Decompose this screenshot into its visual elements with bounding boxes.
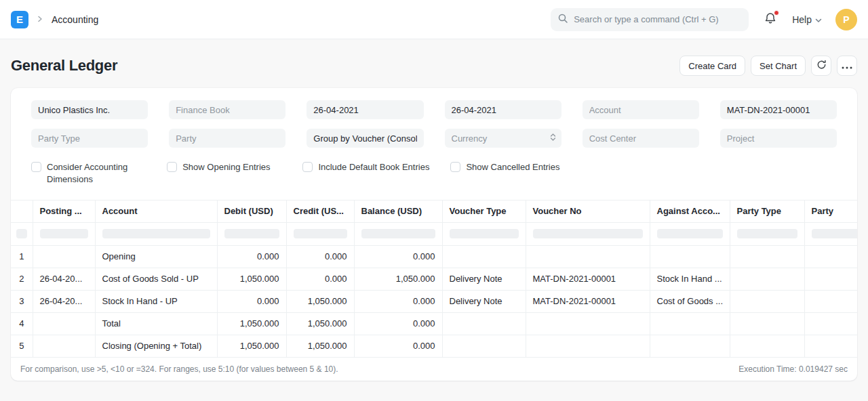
table-cell[interactable]: Closing (Opening + Total) — [95, 335, 217, 357]
filter-group-by[interactable] — [307, 129, 423, 148]
column-header-balance[interactable]: Balance (USD) — [354, 200, 442, 222]
global-search[interactable] — [551, 8, 749, 31]
table-cell[interactable] — [804, 312, 857, 335]
column-filter-input[interactable] — [40, 229, 88, 238]
checkbox-consider-accounting-dimensions[interactable]: Consider Accounting Dimensions — [31, 161, 146, 185]
table-cell[interactable] — [730, 312, 804, 335]
table-cell[interactable]: Stock In Hand ... — [650, 268, 730, 290]
table-cell[interactable]: 1,050.000 — [217, 312, 286, 335]
table-cell[interactable] — [804, 335, 857, 357]
table-cell[interactable]: 0.000 — [286, 245, 354, 268]
filter-finance-book[interactable] — [169, 100, 285, 119]
row-index[interactable]: 5 — [11, 335, 33, 357]
row-index[interactable]: 4 — [11, 312, 33, 335]
table-cell[interactable] — [804, 290, 857, 312]
table-cell[interactable] — [804, 245, 857, 268]
table-cell[interactable] — [526, 335, 650, 357]
table-cell[interactable] — [526, 245, 650, 268]
table-cell[interactable]: 0.000 — [354, 312, 442, 335]
row-index[interactable]: 2 — [11, 268, 33, 290]
column-header-account[interactable]: Account — [95, 200, 217, 222]
column-filter-input[interactable] — [294, 229, 347, 238]
filter-cost-center[interactable] — [583, 129, 699, 148]
table-cell[interactable] — [442, 312, 526, 335]
row-index[interactable]: 1 — [11, 245, 33, 268]
column-filter-input[interactable] — [812, 229, 858, 238]
table-cell[interactable] — [730, 268, 804, 290]
app-logo[interactable]: E — [11, 11, 28, 28]
column-filter-input[interactable] — [361, 229, 435, 238]
table-cell[interactable]: 1,050.000 — [217, 335, 286, 357]
column-header-credit[interactable]: Credit (US... — [286, 200, 354, 222]
table-cell[interactable]: 0.000 — [217, 245, 286, 268]
column-header-debit[interactable]: Debit (USD) — [217, 200, 286, 222]
column-header-voucher-no[interactable]: Voucher No — [526, 200, 650, 222]
table-cell[interactable]: 0.000 — [217, 290, 286, 312]
column-header-posting-date[interactable]: Posting ... — [33, 200, 95, 222]
filter-currency[interactable] — [445, 129, 561, 148]
filter-company[interactable] — [31, 100, 148, 119]
row-index[interactable]: 3 — [11, 290, 33, 312]
table-cell[interactable] — [730, 290, 804, 312]
table-cell[interactable]: Opening — [95, 245, 217, 268]
column-filter-input[interactable] — [737, 229, 797, 238]
table-cell[interactable] — [804, 268, 857, 290]
table-cell[interactable] — [33, 335, 95, 357]
table-cell[interactable]: 1,050.000 — [217, 268, 286, 290]
table-cell[interactable]: 0.000 — [354, 335, 442, 357]
column-filter-input[interactable] — [450, 229, 519, 238]
column-filter-input[interactable] — [16, 229, 27, 238]
checkbox-include-default-book-entries[interactable]: Include Default Book Entries — [302, 161, 429, 173]
column-filter-input[interactable] — [657, 229, 723, 238]
filter-party-type[interactable] — [31, 129, 148, 148]
table-cell[interactable]: Delivery Note — [442, 268, 526, 290]
checkbox-icon[interactable] — [167, 162, 177, 172]
table-cell[interactable]: 0.000 — [286, 268, 354, 290]
filter-voucher-no[interactable] — [720, 100, 837, 119]
checkbox-show-opening-entries[interactable]: Show Opening Entries — [167, 161, 281, 173]
column-filter-input[interactable] — [102, 229, 210, 238]
checkbox-icon[interactable] — [450, 162, 460, 172]
column-header-party-type[interactable]: Party Type — [730, 200, 804, 222]
header-index[interactable] — [11, 200, 33, 222]
set-chart-button[interactable]: Set Chart — [751, 56, 806, 76]
table-cell[interactable] — [442, 335, 526, 357]
table-cell[interactable] — [33, 245, 95, 268]
filter-to-date[interactable] — [445, 100, 561, 119]
create-card-button[interactable]: Create Card — [679, 56, 745, 76]
column-header-voucher-type[interactable]: Voucher Type — [442, 200, 526, 222]
filter-party[interactable] — [169, 129, 285, 148]
table-cell[interactable] — [730, 245, 804, 268]
user-avatar[interactable]: P — [835, 9, 857, 30]
table-cell[interactable] — [33, 312, 95, 335]
column-header-against-account[interactable]: Against Acco... — [650, 200, 730, 222]
notifications-button[interactable] — [762, 10, 778, 28]
table-cell[interactable]: Cost of Goods ... — [650, 290, 730, 312]
table-cell[interactable]: Cost of Goods Sold - UP — [95, 268, 217, 290]
table-cell[interactable]: 26-04-20... — [33, 268, 95, 290]
checkbox-icon[interactable] — [31, 162, 41, 172]
table-cell[interactable]: 1,050.000 — [286, 312, 354, 335]
table-cell[interactable]: 1,050.000 — [286, 335, 354, 357]
table-cell[interactable] — [650, 312, 730, 335]
column-filter-input[interactable] — [224, 229, 279, 238]
table-cell[interactable]: 26-04-20... — [33, 290, 95, 312]
table-cell[interactable]: 1,050.000 — [354, 268, 442, 290]
checkbox-show-cancelled-entries[interactable]: Show Cancelled Entries — [450, 161, 565, 173]
column-header-party[interactable]: Party — [804, 200, 857, 222]
table-cell[interactable] — [526, 312, 650, 335]
breadcrumb[interactable]: Accounting — [52, 14, 98, 25]
column-filter-input[interactable] — [533, 229, 643, 238]
refresh-button[interactable] — [811, 56, 831, 76]
search-input[interactable] — [574, 14, 742, 24]
table-cell[interactable] — [650, 335, 730, 357]
table-cell[interactable]: 0.000 — [354, 290, 442, 312]
table-cell[interactable]: MAT-DN-2021-00001 — [526, 290, 650, 312]
filter-account[interactable] — [583, 100, 699, 119]
table-cell[interactable]: MAT-DN-2021-00001 — [526, 268, 650, 290]
table-cell[interactable] — [730, 335, 804, 357]
table-cell[interactable]: Stock In Hand - UP — [95, 290, 217, 312]
filter-from-date[interactable] — [307, 100, 423, 119]
table-cell[interactable] — [650, 245, 730, 268]
table-cell[interactable]: Total — [95, 312, 217, 335]
